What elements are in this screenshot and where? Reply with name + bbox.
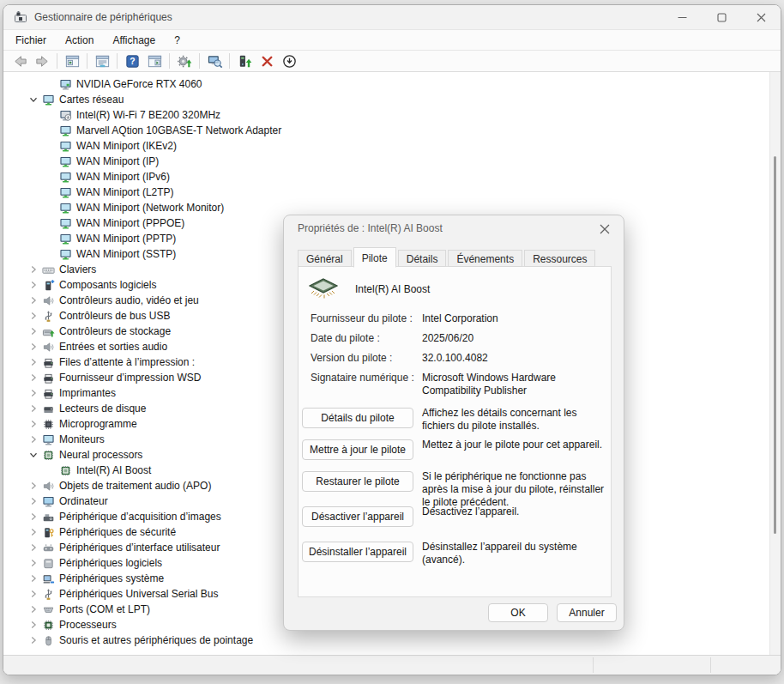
tab-détails[interactable]: Détails bbox=[398, 250, 447, 267]
chevron-collapsed-icon[interactable] bbox=[26, 386, 41, 400]
vertical-scrollbar[interactable] bbox=[769, 72, 781, 655]
chevron-expanded-icon[interactable] bbox=[26, 93, 41, 106]
tree-item[interactable]: WAN Miniport (IPv6) bbox=[3, 169, 781, 185]
minimize-button[interactable] bbox=[662, 5, 702, 29]
chevron-collapsed-icon[interactable] bbox=[26, 510, 41, 524]
chevron-collapsed-icon[interactable] bbox=[26, 278, 41, 292]
device-name: Intel(R) AI Boost bbox=[355, 283, 430, 295]
field-value: Intel Corporation bbox=[422, 312, 602, 325]
menu-item-fichier[interactable]: Fichier bbox=[15, 34, 46, 46]
forward-icon[interactable] bbox=[32, 51, 52, 70]
tree-item-label: Souris et autres périphériques de pointa… bbox=[59, 634, 253, 646]
cancel-button[interactable]: Annuler bbox=[557, 603, 617, 622]
update-driver-software-icon[interactable] bbox=[174, 51, 195, 70]
tree-item[interactable]: Cartes réseau bbox=[3, 92, 781, 107]
tree-item[interactable]: Marvell AQtion 10GBASE-T Network Adapter bbox=[3, 123, 781, 138]
action-button[interactable]: Désactiver l’appareil bbox=[302, 506, 413, 527]
chevron-spacer bbox=[43, 463, 58, 477]
disable-device-icon[interactable] bbox=[279, 51, 299, 70]
audio-controller-icon bbox=[41, 294, 55, 307]
menu-item-action[interactable]: Action bbox=[65, 34, 93, 46]
action-button[interactable]: Restaurer le pilote bbox=[302, 471, 413, 492]
chevron-spacer bbox=[43, 185, 58, 199]
tree-item-label: Périphériques logiciels bbox=[59, 557, 162, 569]
scrollbar-thumb[interactable] bbox=[774, 156, 776, 534]
show-console-tree-icon[interactable] bbox=[62, 51, 82, 70]
action-button[interactable]: Détails du pilote bbox=[302, 408, 413, 428]
chevron-collapsed-icon[interactable] bbox=[26, 618, 41, 632]
tree-item[interactable]: NVIDIA GeForce RTX 4060 bbox=[3, 76, 781, 92]
chevron-collapsed-icon[interactable] bbox=[26, 309, 41, 323]
chevron-collapsed-icon[interactable] bbox=[26, 263, 41, 276]
audio-controller-icon bbox=[41, 340, 55, 354]
tree-item-label: Intel(R) AI Boost bbox=[76, 464, 151, 476]
tree-item-label: Périphériques système bbox=[59, 572, 164, 584]
uninstall-device-icon[interactable] bbox=[256, 51, 277, 70]
maximize-button[interactable] bbox=[702, 5, 741, 29]
chevron-spacer bbox=[43, 108, 58, 122]
chevron-collapsed-icon[interactable] bbox=[26, 633, 41, 647]
toolbar-separator bbox=[199, 53, 200, 69]
network-adapter-icon bbox=[58, 124, 72, 137]
chevron-collapsed-icon[interactable] bbox=[26, 572, 41, 585]
tree-item-label: Cartes réseau bbox=[59, 94, 124, 106]
ok-button[interactable]: OK bbox=[488, 603, 548, 622]
usb-controller-icon bbox=[41, 309, 55, 323]
action-description: Désinstallez l’appareil du système (avan… bbox=[422, 541, 609, 566]
audio-controller-icon bbox=[41, 479, 55, 493]
chevron-collapsed-icon[interactable] bbox=[26, 433, 41, 446]
tree-item[interactable]: WAN Miniport (Network Monitor) bbox=[3, 200, 781, 215]
chevron-collapsed-icon[interactable] bbox=[26, 494, 41, 508]
chevron-collapsed-icon[interactable] bbox=[26, 556, 41, 570]
chevron-collapsed-icon[interactable] bbox=[26, 324, 41, 338]
tab-événements[interactable]: Événements bbox=[448, 250, 522, 267]
tab-pilote[interactable]: Pilote bbox=[353, 247, 396, 268]
chevron-collapsed-icon[interactable] bbox=[26, 294, 41, 307]
tree-item[interactable]: WAN Miniport (IP) bbox=[3, 154, 781, 169]
properties-icon[interactable] bbox=[92, 51, 112, 70]
field-label: Version du pilote : bbox=[311, 352, 422, 365]
action-button[interactable]: Désinstaller l’appareil bbox=[302, 542, 413, 562]
chevron-collapsed-icon[interactable] bbox=[26, 340, 41, 354]
chevron-collapsed-icon[interactable] bbox=[26, 587, 41, 601]
dialog-close-icon[interactable] bbox=[594, 220, 615, 239]
dialog-title: Propriétés de : Intel(R) AI Boost bbox=[298, 222, 443, 234]
tree-item[interactable]: WAN Miniport (L2TP) bbox=[3, 185, 781, 200]
tree-item[interactable]: WAN Miniport (IKEv2) bbox=[3, 138, 781, 154]
keyboard-icon bbox=[41, 263, 55, 276]
chevron-collapsed-icon[interactable] bbox=[26, 402, 41, 415]
back-icon[interactable] bbox=[9, 51, 30, 70]
add-driver-icon[interactable] bbox=[234, 51, 255, 70]
tab-ressources[interactable]: Ressources bbox=[524, 250, 595, 267]
statusbar-divider bbox=[593, 657, 594, 673]
chevron-collapsed-icon[interactable] bbox=[26, 602, 41, 616]
menu-item-?[interactable]: ? bbox=[174, 34, 180, 46]
network-adapter-icon bbox=[58, 201, 72, 215]
menu-item-affichage[interactable]: Affichage bbox=[112, 34, 155, 46]
chevron-collapsed-icon[interactable] bbox=[26, 355, 41, 369]
display-adapter-icon bbox=[58, 77, 72, 91]
chevron-collapsed-icon[interactable] bbox=[26, 541, 41, 554]
close-button[interactable] bbox=[741, 5, 781, 29]
window-title: Gestionnaire de périphériques bbox=[34, 11, 172, 23]
chevron-collapsed-icon[interactable] bbox=[26, 525, 41, 539]
tab-général[interactable]: Général bbox=[298, 250, 352, 267]
chevron-collapsed-icon[interactable] bbox=[26, 371, 41, 384]
toolbar-separator bbox=[87, 53, 87, 69]
chevron-collapsed-icon[interactable] bbox=[26, 479, 41, 493]
tree-item-label: Contrôleurs de bus USB bbox=[59, 310, 170, 322]
tree-item[interactable]: Souris et autres périphériques de pointa… bbox=[3, 633, 781, 648]
chevron-collapsed-icon[interactable] bbox=[26, 417, 41, 431]
show-action-pane-icon[interactable] bbox=[144, 51, 165, 70]
tree-item[interactable]: Intel(R) Wi-Fi 7 BE200 320MHz bbox=[3, 107, 781, 123]
driver-tab-panel: Intel(R) AI Boost Fournisseur du pilote … bbox=[298, 266, 612, 597]
action-button[interactable]: Mettre à jour le pilote bbox=[302, 439, 413, 460]
network-adapter-icon bbox=[58, 232, 72, 245]
tree-item-label: Marvell AQtion 10GBASE-T Network Adapter bbox=[76, 124, 281, 136]
neural-processor-icon bbox=[58, 463, 72, 477]
scan-hardware-changes-icon[interactable] bbox=[204, 51, 225, 70]
tree-item-label: Objets de traitement audio (APO) bbox=[59, 480, 211, 492]
help-icon[interactable]: ? bbox=[122, 51, 142, 70]
chevron-expanded-icon[interactable] bbox=[26, 448, 41, 462]
tree-item-label: Entrées et sorties audio bbox=[59, 341, 167, 353]
